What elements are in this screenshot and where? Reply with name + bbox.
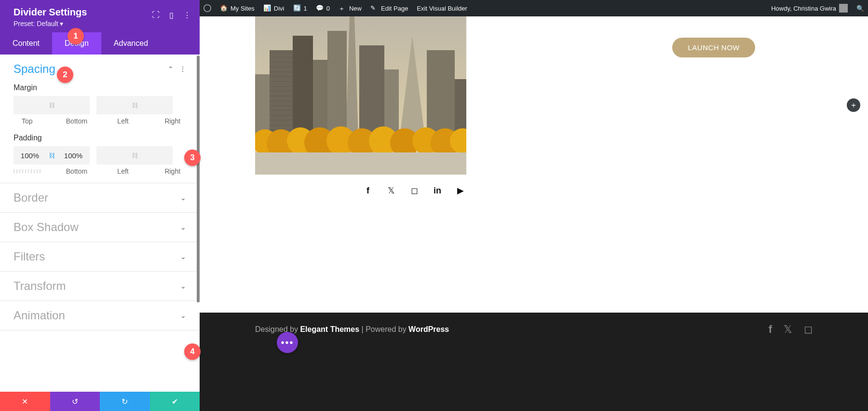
wp-logo-icon[interactable] [203,4,211,12]
redo-button[interactable]: ↻ [100,392,150,411]
padding-left-input[interactable] [96,146,129,164]
chevron-up-icon[interactable]: ⌃ [168,65,174,73]
edit-page-link[interactable]: ✎Edit Page [370,4,408,12]
label-right: Right [159,117,186,125]
social-icons: f 𝕏 ◻ in ▶ [363,185,466,196]
callout-badge-2: 2 [57,67,73,83]
panel-header: Divider Settings Preset: Default ▾ ⛶ ▯ ⋮ [0,0,200,32]
instagram-icon[interactable]: ◻ [409,185,420,196]
padding-top-input[interactable] [14,146,46,164]
margin-top-input[interactable] [14,96,46,114]
svg-rect-7 [327,31,347,137]
section-transform[interactable]: Transform ⌄ [0,272,200,301]
svg-rect-2 [255,74,270,137]
undo-button[interactable]: ↺ [50,392,100,411]
link-icon[interactable]: ⛓ [46,96,57,114]
section-header-spacing[interactable]: Spacing ⌃ ⋮ [14,62,186,76]
hero-image [255,16,466,175]
instagram-icon[interactable]: ◻ [804,323,813,336]
page-footer: Designed by Elegant Themes | Powered by … [200,313,868,411]
margin-bottom-input[interactable] [57,96,90,114]
svg-rect-12 [455,79,466,137]
padding-right-input[interactable] [140,146,173,164]
more-icon[interactable]: ⋮ [183,11,191,20]
settings-panel: Divider Settings Preset: Default ▾ ⛶ ▯ ⋮… [0,0,200,411]
chevron-down-icon: ⌄ [180,223,186,231]
svg-rect-4 [293,36,313,137]
launch-button[interactable]: LAUNCH NOW [672,38,755,57]
cancel-button[interactable]: ✕ [0,392,50,411]
save-button[interactable]: ✔ [150,392,200,411]
label-left: Left [109,167,136,175]
site-link[interactable]: 📊Divi [263,4,285,12]
updates-link[interactable]: 🔄1 [293,4,307,12]
comments-link[interactable]: 💬0 [316,4,330,12]
my-sites-link[interactable]: 🏠My Sites [220,4,255,12]
more-icon[interactable]: ⋮ [179,65,186,73]
expand-icon[interactable]: ⛶ [152,11,160,20]
label-bottom: Bottom [63,117,90,125]
tab-advanced[interactable]: Advanced [101,32,161,55]
platform-link[interactable]: WordPress [408,325,449,333]
section-border[interactable]: Border ⌄ [0,183,200,213]
link-icon[interactable]: ⛓ [129,96,140,114]
svg-rect-5 [313,60,327,137]
label-right: Right [159,167,186,175]
new-link[interactable]: ＋New [339,4,362,12]
facebook-icon[interactable]: f [769,323,772,336]
margin-label: Margin [14,83,186,92]
section-animation[interactable]: Animation ⌄ [0,301,200,330]
tab-content[interactable]: Content [0,32,52,55]
callout-badge-1: 1 [68,28,84,44]
drag-handle-icon[interactable] [14,169,41,173]
devices-icon[interactable]: ▯ [169,11,174,20]
svg-rect-41 [255,152,466,175]
facebook-icon[interactable]: f [363,185,373,196]
padding-bottom-input[interactable] [57,146,90,164]
preset-dropdown[interactable]: Preset: Default ▾ [14,20,190,27]
panel-footer: ✕ ↺ ↻ ✔ [0,392,200,411]
callout-badge-3: 3 [184,150,201,166]
padding-label: Padding [14,134,186,142]
avatar [839,4,848,13]
linkedin-icon[interactable]: in [432,185,443,196]
search-icon[interactable]: 🔍 [856,5,864,12]
svg-point-0 [204,5,211,12]
chevron-down-icon: ⌄ [180,194,186,202]
builder-menu-button[interactable]: ••• [277,332,298,353]
wp-admin-bar: 🏠My Sites 📊Divi 🔄1 💬0 ＋New ✎Edit Page Ex… [200,0,868,16]
twitter-icon[interactable]: 𝕏 [386,185,396,196]
chevron-down-icon: ⌄ [180,312,186,319]
svg-rect-8 [359,45,384,137]
add-section-button[interactable]: ＋ [847,98,860,112]
twitter-icon[interactable]: 𝕏 [784,323,792,336]
callout-badge-4: 4 [184,343,201,360]
theme-link[interactable]: Elegant Themes [300,325,359,333]
page-content: f 𝕏 ◻ in ▶ LAUNCH NOW ＋ [200,16,868,313]
youtube-icon[interactable]: ▶ [455,185,466,196]
section-filters[interactable]: Filters ⌄ [0,242,200,272]
label-bottom: Bottom [63,167,90,175]
svg-rect-11 [427,50,455,137]
section-spacing: Spacing ⌃ ⋮ Margin ⛓ ⛓ [0,55,200,183]
howdy-user[interactable]: Howdy, Christina Gwira [771,4,848,13]
link-icon[interactable]: ⛓ [46,146,57,164]
svg-rect-3 [270,50,293,137]
chevron-down-icon: ⌄ [180,282,186,290]
chevron-down-icon: ⌄ [180,253,186,260]
link-icon[interactable]: ⛓ [129,146,140,164]
exit-vb-link[interactable]: Exit Visual Builder [417,5,467,12]
label-top: Top [14,117,41,125]
panel-body: Spacing ⌃ ⋮ Margin ⛓ ⛓ [0,55,200,392]
panel-tabs: Content Design Advanced [0,32,200,55]
margin-right-input[interactable] [140,96,173,114]
margin-left-input[interactable] [96,96,129,114]
section-box-shadow[interactable]: Box Shadow ⌄ [0,213,200,242]
label-left: Left [109,117,136,125]
